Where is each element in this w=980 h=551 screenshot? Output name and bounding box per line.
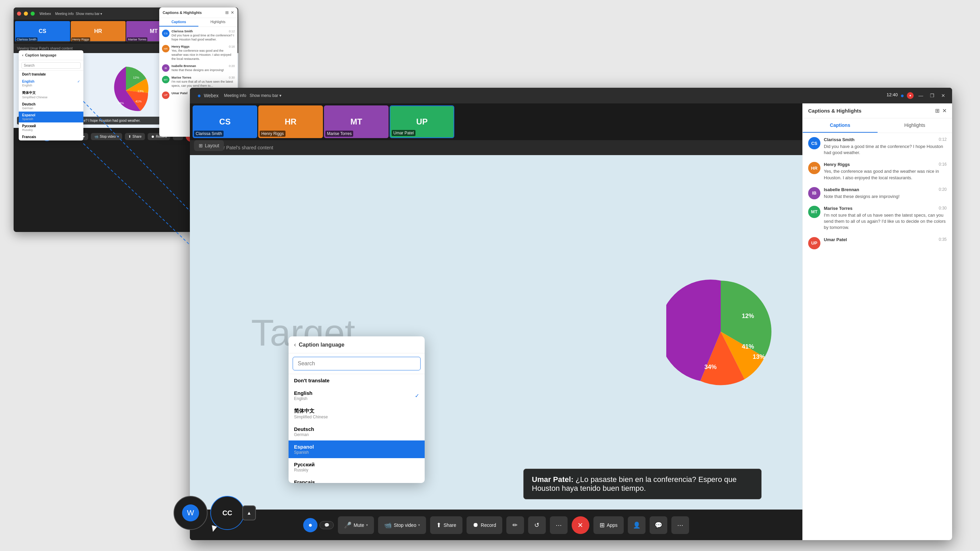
small-panel-title: Captions & Highlights [163, 11, 202, 14]
large-avatar-umar-panel: UP [808, 237, 821, 249]
large-participant-umar[interactable]: UP Umar Patel [390, 105, 454, 138]
large-caption-dropdown-title: Caption language [299, 342, 344, 348]
participant-thumb-clarissa[interactable]: CS Clarissa Smith [15, 21, 70, 42]
large-panel-title: Captions & Highlights [808, 108, 862, 114]
large-lang-chinese[interactable]: 简体中文 Simplified Chinese [288, 404, 425, 423]
small-search-input[interactable] [21, 62, 81, 69]
large-back-button[interactable]: ‹ [294, 341, 296, 348]
large-annotate-button[interactable]: ✏ [506, 516, 524, 534]
small-share-button[interactable]: ⬆ Share [125, 133, 145, 140]
large-timer-button[interactable]: ↺ [528, 516, 546, 534]
minimize-dot[interactable] [24, 11, 28, 16]
small-lang-russian[interactable]: Русский Russkiy [19, 122, 83, 133]
large-lang-espanol[interactable]: Espanol Spanish [288, 440, 425, 458]
large-webex-window: ● Webex Meeting info Show menu bar ▾ 12:… [190, 88, 952, 540]
svg-text:12%: 12% [742, 313, 754, 319]
large-extra-button[interactable]: ⋯ [671, 516, 689, 534]
large-record-icon: ⏺ [473, 521, 479, 529]
large-layout-button-container: ⊞ Layout [194, 140, 224, 151]
small-panel-controls: ⊞ ✕ [225, 10, 234, 15]
large-control-bar: ● 💬 🎤 Mute ▾ 📹 Stop video ▾ ⬆ Share ⏺ Re… [190, 510, 802, 540]
small-avatar-henry: HR [162, 45, 169, 52]
small-lang-dont-translate[interactable]: Don't translate [19, 71, 83, 78]
tab-highlights-large[interactable]: Highlights [878, 118, 953, 133]
large-lang-russian[interactable]: Русский Russkiy [288, 458, 425, 476]
webex-dot-button[interactable]: W [173, 496, 208, 530]
large-apps-label: Apps [607, 522, 617, 528]
large-share-button[interactable]: ⬆ Share [430, 516, 462, 534]
small-lang-chinese[interactable]: 简体中文 Simplified Chinese [19, 89, 83, 101]
large-stop-video-button[interactable]: 📹 Stop video ▾ [378, 516, 426, 534]
large-lang-deutsch[interactable]: Deutsch German [288, 423, 425, 440]
small-panel-expand-button[interactable]: ⊞ [225, 10, 229, 15]
large-status-icons: ● 💬 [303, 518, 334, 532]
webex-logo-icon: ● [197, 92, 201, 99]
large-share-icon: ⬆ [436, 521, 441, 529]
large-chat-button[interactable]: 💬 [320, 521, 334, 529]
large-mute-label: Mute [353, 522, 364, 528]
large-minimize-button[interactable]: — [916, 92, 925, 99]
small-pie-chart: 12% 13% 34% 41% [100, 65, 151, 116]
close-dot[interactable] [17, 11, 21, 16]
small-back-icon[interactable]: ‹ [22, 53, 24, 57]
large-participant-marise[interactable]: MT Marise Torres [324, 105, 388, 138]
tab-captions-small[interactable]: Captions [159, 18, 198, 27]
large-panel-expand-button[interactable]: ⊞ [935, 108, 940, 114]
large-more-button[interactable]: ⋯ [550, 516, 568, 534]
large-win-controls: 12:40 ● ● — ❐ ✕ [887, 92, 947, 99]
large-stop-video-label: Stop video [394, 522, 416, 528]
large-participant-clarissa[interactable]: CS Clarissa Smith [192, 105, 257, 138]
large-lang-dont-translate[interactable]: Don't translate [288, 374, 425, 387]
large-panel-header: Captions & Highlights ⊞ ✕ [803, 103, 952, 118]
large-restore-button[interactable]: ❐ [928, 92, 937, 99]
small-lang-deutsch[interactable]: Deutsch German [19, 101, 83, 111]
show-menu-bar[interactable]: Show menu bar ▾ [76, 12, 102, 16]
cc-chevron-button[interactable]: ▲ [242, 505, 256, 520]
cc-icon: CC [223, 509, 232, 517]
svg-text:34%: 34% [705, 364, 717, 370]
small-share-icon: ⬆ [128, 135, 131, 138]
cc-button-area: W CC ▲ [173, 496, 256, 530]
small-lang-francais[interactable]: Francais [19, 133, 83, 140]
large-status-dot: ● [900, 92, 904, 99]
large-mute-button[interactable]: 🎤 Mute ▾ [338, 516, 374, 534]
large-lang-francais[interactable]: Francais French [288, 476, 425, 483]
small-panel-close-button[interactable]: ✕ [231, 10, 234, 15]
large-name-henry: Henry Riggs [259, 130, 285, 137]
large-layout-button[interactable]: ⊞ Layout [194, 140, 224, 151]
large-participant-henry[interactable]: HR Henry Riggs [258, 105, 323, 138]
small-lang-english[interactable]: English English ✓ [19, 78, 83, 89]
large-caption-umar: UP Umar Patel 0:35 [808, 237, 947, 249]
small-stop-video-button[interactable]: 📹 Stop video ▾ [91, 133, 122, 140]
large-panel-close-button[interactable]: ✕ [942, 108, 947, 114]
large-webex-status-button[interactable]: ● [303, 518, 318, 532]
small-lang-espanol[interactable]: Espanol Spanish [19, 111, 83, 122]
large-show-menu-bar[interactable]: Show menu bar ▾ [250, 93, 282, 98]
small-avatar-marise: MT [162, 76, 169, 83]
maximize-dot[interactable] [30, 11, 35, 16]
large-apps-icon: ⊞ [600, 521, 605, 529]
large-participants-button[interactable]: 👤 [628, 516, 646, 534]
large-search-input[interactable] [293, 357, 421, 370]
large-close-button[interactable]: ✕ [939, 92, 947, 99]
large-lang-english[interactable]: English English ✓ [288, 387, 425, 404]
small-menu-bar: Meeting info Show menu bar ▾ [55, 12, 102, 16]
large-end-call-button[interactable]: ✕ [572, 516, 589, 534]
cc-chevron-icon: ▲ [247, 510, 251, 516]
tab-highlights-small[interactable]: Highlights [198, 18, 237, 27]
large-panel-controls: ⊞ ✕ [935, 108, 947, 114]
large-captions-panel: Captions & Highlights ⊞ ✕ Captions Highl… [802, 103, 952, 540]
large-chat-icon-button[interactable]: 💬 [649, 516, 667, 534]
large-apps-button[interactable]: ⊞ Apps [593, 516, 624, 534]
tab-captions-large[interactable]: Captions [803, 118, 878, 133]
large-record-button[interactable]: ⏺ Record [466, 516, 502, 534]
small-search-box [19, 60, 83, 71]
large-meeting-info-menu[interactable]: Meeting info [224, 93, 246, 98]
cc-button[interactable]: CC [210, 496, 244, 530]
participant-thumb-henry[interactable]: HR Henry Riggs [71, 21, 126, 42]
large-avatar-isabelle-panel: IB [808, 187, 821, 199]
small-caption-isabelle: IB Isabelle Brennan 0:20 Note that these… [162, 64, 235, 73]
small-shared-content-label: Viewing Umar Patel's shared content [17, 47, 73, 50]
large-avatar-marise-panel: MT [808, 206, 821, 218]
meeting-info-menu[interactable]: Meeting info [55, 12, 73, 16]
